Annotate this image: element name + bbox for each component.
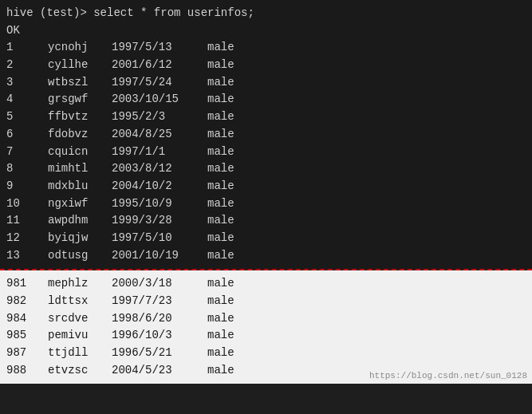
cell-id: 10 — [6, 195, 48, 213]
ok-line: OK — [6, 22, 526, 40]
cell-date: 1998/6/20 — [112, 310, 207, 328]
cell-id: 984 — [6, 310, 48, 328]
cell-date: 2004/8/25 — [112, 126, 207, 144]
cell-name: cquicn — [48, 144, 112, 161]
cell-date: 1997/5/13 — [112, 39, 207, 57]
cell-id: 4 — [6, 91, 48, 108]
cell-name: ngxiwf — [48, 195, 112, 213]
cell-gender: male — [207, 362, 255, 380]
table-row: 8mimhtl2003/8/12male — [6, 160, 526, 178]
cell-id: 3 — [6, 74, 48, 92]
cell-id: 985 — [6, 327, 48, 345]
cell-gender: male — [207, 275, 255, 293]
top-section: hive (test)> select * from userinfos; OK… — [0, 0, 532, 269]
table-row: 10ngxiwf1995/10/9male — [6, 195, 526, 213]
cell-id: 981 — [6, 275, 48, 293]
table-row: 4grsgwf2003/10/15male — [6, 91, 526, 108]
cell-gender: male — [207, 144, 255, 161]
cell-name: cyllhe — [48, 57, 112, 74]
watermark: https://blog.csdn.net/sun_0128 — [369, 371, 527, 380]
cell-date: 1995/10/9 — [112, 195, 207, 213]
cell-gender: male — [207, 230, 255, 247]
cell-gender: male — [207, 160, 255, 178]
prompt-line: hive (test)> select * from userinfos; — [6, 5, 526, 22]
cell-name: wtbszl — [48, 74, 112, 92]
cell-date: 1997/7/23 — [112, 293, 207, 310]
cell-name: byiqjw — [48, 230, 112, 247]
cell-gender: male — [207, 293, 255, 310]
cell-date: 2001/6/12 — [112, 57, 207, 74]
cell-id: 2 — [6, 57, 48, 74]
cell-date: 2001/10/19 — [112, 247, 207, 265]
cell-name: srcdve — [48, 310, 112, 328]
cell-id: 7 — [6, 144, 48, 161]
cell-name: grsgwf — [48, 91, 112, 108]
cell-name: ldttsx — [48, 293, 112, 310]
table-row: 982ldttsx1997/7/23male — [6, 293, 526, 310]
cell-name: ffbvtz — [48, 108, 112, 126]
table-row: 1ycnohj1997/5/13male — [6, 39, 526, 57]
cell-gender: male — [207, 212, 255, 230]
cell-id: 5 — [6, 108, 48, 126]
cell-date: 2004/5/23 — [112, 362, 207, 380]
cell-id: 988 — [6, 362, 48, 380]
cell-date: 1997/5/10 — [112, 230, 207, 247]
table-row: 5ffbvtz1995/2/3male — [6, 108, 526, 126]
cell-name: ttjdll — [48, 345, 112, 362]
cell-name: mimhtl — [48, 160, 112, 178]
table-row: 11awpdhm1999/3/28male — [6, 212, 526, 230]
cell-gender: male — [207, 327, 255, 345]
cell-gender: male — [207, 74, 255, 92]
cell-id: 987 — [6, 345, 48, 362]
cell-gender: male — [207, 247, 255, 265]
table-row: 3wtbszl1997/5/24male — [6, 74, 526, 92]
cell-gender: male — [207, 310, 255, 328]
cell-date: 1995/2/3 — [112, 108, 207, 126]
cell-gender: male — [207, 39, 255, 57]
cell-name: odtusg — [48, 247, 112, 265]
table-row: 2cyllhe2001/6/12male — [6, 57, 526, 74]
cell-gender: male — [207, 91, 255, 108]
cell-id: 6 — [6, 126, 48, 144]
bottom-rows: 981mephlz2000/3/18male982ldttsx1997/7/23… — [6, 275, 526, 379]
table-row: 7cquicn1997/1/1male — [6, 144, 526, 161]
cell-name: fdobvz — [48, 126, 112, 144]
cell-id: 13 — [6, 247, 48, 265]
cell-gender: male — [207, 195, 255, 213]
bottom-section: 981mephlz2000/3/18male982ldttsx1997/7/23… — [0, 270, 532, 384]
cell-date: 1996/5/21 — [112, 345, 207, 362]
table-row: 12byiqjw1997/5/10male — [6, 230, 526, 247]
cell-date: 2000/3/18 — [112, 275, 207, 293]
cell-gender: male — [207, 345, 255, 362]
cell-gender: male — [207, 178, 255, 195]
cell-id: 9 — [6, 178, 48, 195]
cell-id: 1 — [6, 39, 48, 57]
cell-name: mdxblu — [48, 178, 112, 195]
cell-gender: male — [207, 126, 255, 144]
cell-date: 2004/10/2 — [112, 178, 207, 195]
table-row: 13odtusg2001/10/19male — [6, 247, 526, 265]
cell-date: 1997/5/24 — [112, 74, 207, 92]
cell-date: 1999/3/28 — [112, 212, 207, 230]
cell-date: 2003/10/15 — [112, 91, 207, 108]
table-row: 987ttjdll1996/5/21male — [6, 345, 526, 362]
cell-id: 12 — [6, 230, 48, 247]
table-row: 984srcdve1998/6/20male — [6, 310, 526, 328]
top-rows: 1ycnohj1997/5/13male2cyllhe2001/6/12male… — [6, 39, 526, 264]
table-row: 985pemivu1996/10/3male — [6, 327, 526, 345]
cell-name: awpdhm — [48, 212, 112, 230]
cell-name: pemivu — [48, 327, 112, 345]
cell-date: 1996/10/3 — [112, 327, 207, 345]
cell-name: mephlz — [48, 275, 112, 293]
terminal: hive (test)> select * from userinfos; OK… — [0, 0, 532, 414]
table-row: 6fdobvz2004/8/25male — [6, 126, 526, 144]
cell-id: 982 — [6, 293, 48, 310]
cell-gender: male — [207, 108, 255, 126]
cell-date: 1997/1/1 — [112, 144, 207, 161]
table-row: 981mephlz2000/3/18male — [6, 275, 526, 293]
cell-gender: male — [207, 57, 255, 74]
cell-name: etvzsc — [48, 362, 112, 380]
cell-name: ycnohj — [48, 39, 112, 57]
cell-id: 11 — [6, 212, 48, 230]
cell-id: 8 — [6, 160, 48, 178]
